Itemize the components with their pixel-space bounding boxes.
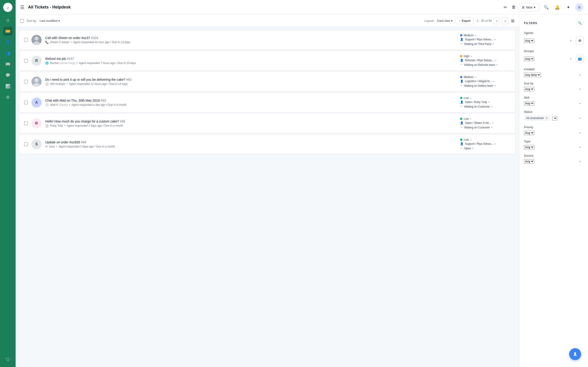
layout-button[interactable]: Card view ▾ bbox=[437, 19, 453, 23]
ticket-number: #62 bbox=[126, 78, 132, 81]
team-chevron-icon: ▾ bbox=[494, 143, 496, 145]
contact-icon: ✉ bbox=[45, 145, 48, 148]
priority-tag[interactable]: Low ▾ bbox=[460, 138, 471, 141]
notifications-button[interactable]: 🔔 bbox=[553, 3, 561, 11]
sidebar-item-feedback[interactable]: 🗨 bbox=[3, 355, 12, 364]
priority-dot bbox=[460, 97, 462, 99]
user-avatar[interactable]: S bbox=[575, 3, 583, 11]
header: ☰ All Tickets - Helpdesk ✏ 🗑 ⊞ New ▾ 🔍 🔔… bbox=[16, 0, 588, 15]
ticket-checkbox[interactable] bbox=[24, 142, 28, 146]
sidebar-item-reports[interactable]: 📊 bbox=[3, 82, 12, 91]
export-button[interactable]: ↑ Export bbox=[456, 17, 474, 24]
avatar: R bbox=[32, 118, 42, 128]
skill-select[interactable]: Any bbox=[524, 101, 534, 106]
priority-tag[interactable]: Low ▾ bbox=[460, 117, 471, 120]
ticket-checkbox[interactable] bbox=[24, 80, 28, 83]
ticket-number: #104 bbox=[91, 36, 98, 40]
groups-config-button[interactable]: 👥 bbox=[576, 55, 583, 63]
filter-groups: Groups Any 👥 bbox=[524, 49, 583, 63]
sidebar-item-groups[interactable]: 👥 bbox=[3, 49, 12, 58]
status-tag[interactable]: 〜 Waiting on Sellers team ▾ bbox=[460, 84, 496, 88]
priority-label: High bbox=[464, 55, 469, 58]
app-logo[interactable]: ♪ bbox=[3, 3, 12, 12]
table-row[interactable]: A Chat with Abid on Thu, 30th May 2019 #… bbox=[19, 92, 515, 112]
created-select[interactable]: Any time bbox=[524, 73, 541, 77]
status-tag[interactable]: 〜 Waiting on Customer ▾ bbox=[460, 125, 493, 129]
groups-label: Groups bbox=[524, 49, 583, 53]
team-label: Support / Riya Sebas... bbox=[465, 142, 493, 145]
priority-tag[interactable]: Medium ▾ bbox=[460, 75, 476, 79]
priority-chevron-icon: ▾ bbox=[470, 97, 471, 99]
next-page-button[interactable]: › bbox=[502, 18, 508, 24]
type-select[interactable]: Any bbox=[524, 145, 534, 149]
new-button[interactable]: ⊞ New ▾ bbox=[518, 3, 539, 11]
table-row[interactable]: R Refund me pls #157 🌐 Rachel (Acme Corp… bbox=[19, 51, 515, 71]
delete-icon[interactable]: 🗑 bbox=[510, 3, 518, 11]
priority-chevron-icon: ▾ bbox=[470, 118, 471, 120]
sidebar-item-chat[interactable]: 💬 bbox=[3, 71, 12, 80]
avatar bbox=[32, 35, 42, 45]
menu-icon[interactable]: ☰ bbox=[20, 5, 24, 10]
agents-config-button[interactable]: ⚙ bbox=[576, 36, 583, 45]
fab-button[interactable] bbox=[569, 348, 581, 360]
status-tag[interactable]: 〜 Open ▾ bbox=[460, 146, 473, 150]
priority-tag[interactable]: High ▾ bbox=[460, 55, 472, 58]
ticket-checkbox[interactable] bbox=[24, 101, 28, 104]
source-select[interactable]: Any bbox=[524, 159, 534, 164]
sidebar-item-tickets[interactable]: 🎫 bbox=[3, 27, 12, 36]
team-tag[interactable]: 👤 Sales / Sheen S Ad... ▾ bbox=[460, 121, 493, 125]
table-row[interactable]: Do i need to pick it up or will you be d… bbox=[19, 72, 515, 92]
status-label: Waiting on Third Party bbox=[464, 42, 491, 46]
status-chevron-icon: ▾ bbox=[493, 43, 494, 45]
table-row[interactable]: S Update on order #uc928 #94 ✉ Sara • Ag… bbox=[19, 134, 515, 154]
ticket-checkbox[interactable] bbox=[24, 59, 28, 63]
status-tag[interactable]: 〜 Waiting on Refunds team ▾ bbox=[460, 63, 498, 67]
filter-search-button[interactable]: 🔍 bbox=[576, 19, 583, 27]
ticket-tags: Low ▾ 👤 Sales / Sheen S Ad... ▾ 〜 Waitin… bbox=[460, 117, 510, 129]
filter-created: Created Any time bbox=[524, 67, 583, 77]
contact-icon: 📞 bbox=[45, 41, 49, 44]
status-remove-button[interactable]: ✕ bbox=[545, 116, 548, 120]
status-select[interactable] bbox=[552, 116, 557, 120]
sidebar-item-knowledge[interactable]: 📖 bbox=[3, 60, 12, 69]
status-tag[interactable]: 〜 Waiting on Customer ▾ bbox=[460, 105, 493, 108]
grid-view-icon[interactable]: ⊞ bbox=[511, 18, 515, 23]
edit-icon[interactable]: ✏ bbox=[502, 3, 510, 11]
ticket-checkbox[interactable] bbox=[24, 122, 28, 125]
status-chevron-icon: ▾ bbox=[491, 126, 493, 129]
status-tag[interactable]: 〜 Waiting on Third Party ▾ bbox=[460, 42, 494, 46]
team-label: Sales / Sheen S Ad... bbox=[465, 121, 491, 125]
ticket-checkbox[interactable] bbox=[24, 38, 28, 42]
table-row[interactable]: Call with Sheen on order #uc37 #104 📞 Sh… bbox=[19, 30, 515, 50]
agents-select[interactable]: Any bbox=[524, 39, 534, 43]
team-tag[interactable]: 👤 Sales / Ruby Tully ▾ bbox=[460, 100, 489, 104]
dueby-select[interactable]: Any bbox=[524, 87, 534, 91]
filter-dueby: Due by Any bbox=[524, 82, 583, 91]
table-row[interactable]: R Hello! How much do you charge for a cu… bbox=[19, 113, 515, 133]
status-tag-badge: All unresolved ✕ bbox=[524, 115, 550, 121]
priority-tag[interactable]: Medium ▾ bbox=[460, 34, 476, 37]
ai-button[interactable]: ✦ bbox=[564, 3, 572, 11]
team-label: Refunds / Riya Sebas... bbox=[465, 59, 494, 62]
team-tag[interactable]: 👤 Refunds / Riya Sebas... ▾ bbox=[460, 59, 496, 62]
priority-chevron-icon: ▾ bbox=[475, 76, 476, 78]
priority-select[interactable]: Any bbox=[524, 131, 534, 135]
agent-icon: 👤 bbox=[460, 59, 464, 62]
sidebar-item-contacts[interactable]: 👤 bbox=[3, 38, 12, 47]
svg-point-4 bbox=[35, 78, 39, 82]
groups-select[interactable]: Any bbox=[524, 57, 534, 61]
sidebar-item-settings[interactable]: ⚙ bbox=[3, 93, 12, 102]
ticket-title: Refund me pls #157 bbox=[45, 57, 456, 60]
prev-page-button[interactable]: ‹ bbox=[493, 18, 500, 24]
select-all-checkbox[interactable] bbox=[20, 19, 24, 23]
pagination: 1 - 30 of 98 ‹ › bbox=[477, 18, 508, 24]
sort-button[interactable]: Last modified ▾ bbox=[40, 19, 60, 23]
team-tag[interactable]: 👤 Support / Riya Sebas... ▾ bbox=[460, 142, 496, 145]
priority-tag[interactable]: Low ▾ bbox=[460, 96, 471, 100]
team-tag[interactable]: 👤 Logisitics / Abigail.br... ▾ bbox=[460, 80, 494, 83]
contact-name: Sheen S Adrian bbox=[50, 41, 69, 44]
team-tag[interactable]: 👤 Support / Riya Sebas... ▾ bbox=[460, 38, 496, 41]
search-button[interactable]: 🔍 bbox=[542, 3, 550, 11]
sidebar: ♪ ⊙ 🎫 👤 👥 📖 💬 📊 ⚙ 🗨 bbox=[0, 0, 16, 367]
sidebar-item-home[interactable]: ⊙ bbox=[3, 16, 12, 25]
